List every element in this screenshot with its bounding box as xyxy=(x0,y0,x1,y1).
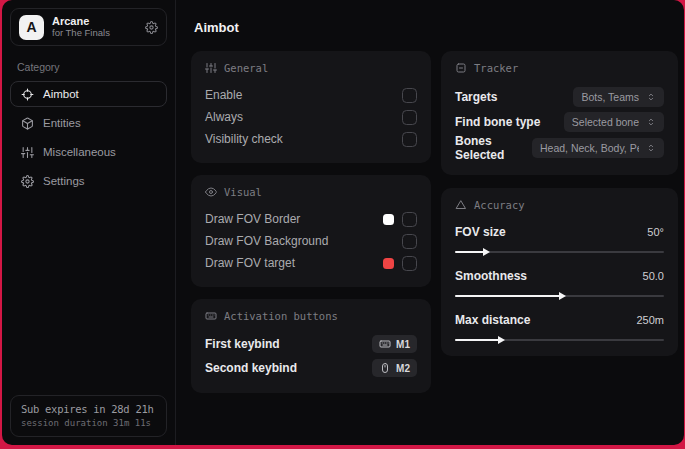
setting-row: Visibility check xyxy=(205,128,417,150)
setting-row: Always xyxy=(205,106,417,128)
setting-label: Second keybind xyxy=(205,361,297,375)
setting-label: Always xyxy=(205,110,243,124)
setting-label: Find bone type xyxy=(455,115,540,129)
tracker-card: Tracker Targets Bots, Teams Find bone ty… xyxy=(441,51,678,175)
targets-select[interactable]: Bots, Teams xyxy=(573,87,664,107)
keyboard-icon xyxy=(205,310,217,322)
setting-row: Enable xyxy=(205,84,417,106)
app-subtitle: for The Finals xyxy=(52,28,110,39)
crosshair-icon xyxy=(21,88,34,101)
always-checkbox[interactable] xyxy=(402,110,417,125)
brand-box: A Arcane for The Finals xyxy=(10,8,167,46)
subscription-box: Sub expires in 28d 21h session duration … xyxy=(10,395,167,437)
session-duration-text: session duration 31m 11s xyxy=(21,418,156,428)
sidebar-item-label: Settings xyxy=(43,175,85,187)
slider-fill xyxy=(455,251,484,253)
keyboard-icon xyxy=(379,338,391,350)
setting-label: Bones Selected xyxy=(455,134,532,162)
setting-label: Max distance xyxy=(455,313,530,327)
second-keybind-button[interactable]: M2 xyxy=(372,359,417,377)
setting-label: Enable xyxy=(205,88,242,102)
card-title: General xyxy=(224,62,268,74)
draw-fov-target-checkbox[interactable] xyxy=(402,256,417,271)
fov-size-slider[interactable] xyxy=(455,251,664,253)
visibility-check-checkbox[interactable] xyxy=(402,132,417,147)
box-icon xyxy=(21,117,34,130)
setting-row: Draw FOV Border xyxy=(205,208,417,230)
max-distance-value: 250m xyxy=(636,314,664,326)
triangle-icon xyxy=(455,199,467,211)
eye-icon xyxy=(205,186,217,198)
visual-card: Visual Draw FOV Border Draw FOV Backgrou… xyxy=(191,175,431,287)
draw-fov-background-checkbox[interactable] xyxy=(402,234,417,249)
main-content: Aimbot General Enable Always xyxy=(176,0,684,445)
sidebar-item-miscellaneous[interactable]: Miscellaneous xyxy=(10,139,167,165)
select-value: Selected bone xyxy=(572,116,639,128)
slider-row: Max distance 250m xyxy=(455,309,664,341)
gear-icon xyxy=(21,175,34,188)
sidebar-item-label: Miscellaneous xyxy=(43,146,116,158)
find-bone-type-select[interactable]: Selected bone xyxy=(564,112,664,132)
sidebar-item-settings[interactable]: Settings xyxy=(10,168,167,194)
slider-fill xyxy=(455,295,560,297)
app-name: Arcane xyxy=(52,15,110,28)
setting-label: Visibility check xyxy=(205,132,283,146)
setting-label: Draw FOV Background xyxy=(205,234,328,248)
sub-expires-text: Sub expires in 28d 21h xyxy=(21,403,156,415)
sidebar-item-aimbot[interactable]: Aimbot xyxy=(10,81,167,107)
slider-thumb[interactable] xyxy=(483,248,490,256)
page-title: Aimbot xyxy=(194,20,678,35)
slider-thumb[interactable] xyxy=(498,336,505,344)
smoothness-slider[interactable] xyxy=(455,295,664,297)
frame-minus-icon xyxy=(455,62,467,74)
setting-row: Draw FOV Background xyxy=(205,230,417,252)
sliders-icon xyxy=(21,146,34,159)
card-title: Accuracy xyxy=(474,199,525,211)
enable-checkbox[interactable] xyxy=(402,88,417,103)
max-distance-slider[interactable] xyxy=(455,339,664,341)
slider-fill xyxy=(455,339,499,341)
setting-row: Find bone type Selected bone xyxy=(455,109,664,134)
card-title: Visual xyxy=(224,186,262,198)
chevron-up-down-icon xyxy=(646,117,656,127)
gear-icon[interactable] xyxy=(145,21,158,34)
setting-row: First keybind M1 xyxy=(205,332,417,356)
setting-label: FOV size xyxy=(455,225,506,239)
sidebar-item-label: Entities xyxy=(43,117,81,129)
category-label: Category xyxy=(17,61,160,73)
sliders-icon xyxy=(205,62,217,74)
keybind-value: M1 xyxy=(396,339,410,350)
setting-label: First keybind xyxy=(205,337,280,351)
activation-buttons-card: Activation buttons First keybind M1 Seco… xyxy=(191,299,431,393)
accuracy-card: Accuracy FOV size 50° Smoothness xyxy=(441,188,678,356)
chevron-up-down-icon xyxy=(646,143,656,153)
setting-row: Bones Selected Head, Neck, Body, Pe... xyxy=(455,134,664,162)
slider-row: FOV size 50° xyxy=(455,221,664,253)
setting-label: Targets xyxy=(455,90,497,104)
card-title: Activation buttons xyxy=(224,310,338,322)
card-title: Tracker xyxy=(474,62,518,74)
app-logo: A xyxy=(19,15,44,40)
sidebar-item-label: Aimbot xyxy=(43,88,79,100)
select-value: Head, Neck, Body, Pe... xyxy=(540,142,639,154)
keybind-value: M2 xyxy=(396,363,410,374)
setting-label: Smoothness xyxy=(455,269,527,283)
slider-row: Smoothness 50.0 xyxy=(455,265,664,297)
first-keybind-button[interactable]: M1 xyxy=(372,335,417,353)
setting-row: Targets Bots, Teams xyxy=(455,84,664,109)
setting-label: Draw FOV target xyxy=(205,256,295,270)
draw-fov-border-checkbox[interactable] xyxy=(402,212,417,227)
mouse-icon xyxy=(379,362,391,374)
setting-row: Second keybind M2 xyxy=(205,356,417,380)
fov-target-color-swatch[interactable] xyxy=(383,258,394,269)
fov-border-color-swatch[interactable] xyxy=(383,214,394,225)
bones-selected-select[interactable]: Head, Neck, Body, Pe... xyxy=(532,138,664,158)
sidebar: A Arcane for The Finals Category Aimbot … xyxy=(2,0,176,445)
slider-thumb[interactable] xyxy=(559,292,566,300)
smoothness-value: 50.0 xyxy=(643,270,664,282)
select-value: Bots, Teams xyxy=(581,91,639,103)
setting-row: Draw FOV target xyxy=(205,252,417,274)
sidebar-item-entities[interactable]: Entities xyxy=(10,110,167,136)
app-window: A Arcane for The Finals Category Aimbot … xyxy=(2,0,684,445)
fov-size-value: 50° xyxy=(647,226,664,238)
